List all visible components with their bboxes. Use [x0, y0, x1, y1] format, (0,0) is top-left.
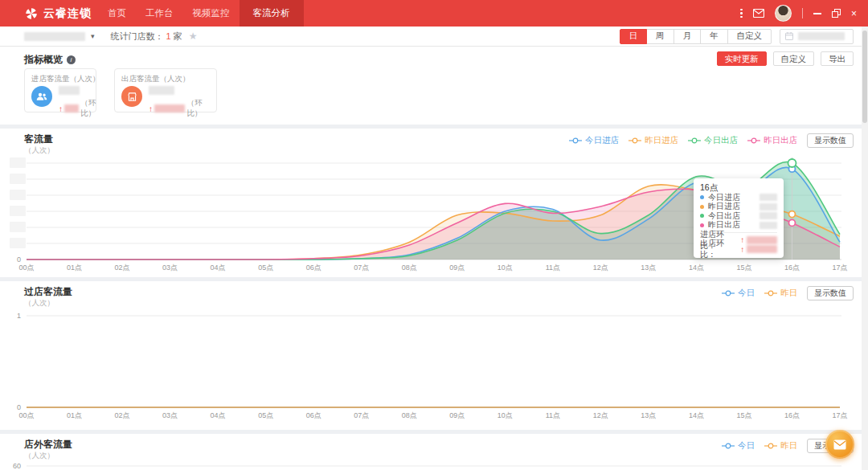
filter-bar: ▾ 统计门店数： 1 家 ★ 日 周 月 年 自定义 — [0, 27, 868, 47]
store-selector-dropdown[interactable]: ▾ — [24, 32, 95, 41]
redacted-y-tick — [10, 238, 26, 248]
x-axis-label: 10点 — [497, 264, 513, 272]
redacted-trend-value — [154, 104, 185, 112]
realtime-refresh-button[interactable]: 实时更新 — [717, 51, 767, 66]
vertical-scrollbar — [862, 27, 868, 470]
message-icon[interactable] — [753, 9, 764, 18]
y-axis-label: 1 — [17, 312, 21, 320]
period-month-button[interactable]: 月 — [674, 29, 702, 44]
x-axis-label: 07点 — [354, 264, 369, 272]
x-axis-label: 04点 — [211, 264, 226, 272]
pinwheel-logo-icon — [24, 6, 39, 21]
x-axis-label: 03点 — [162, 264, 178, 272]
top-header: 云睿连锁 首页 工作台 视频监控 客流分析 × — [0, 0, 868, 27]
nav-item-customer-flow-analysis[interactable]: 客流分析 — [240, 0, 304, 27]
envelope-icon — [833, 439, 846, 450]
x-axis-label: 11点 — [546, 411, 560, 419]
redacted-y-tick — [10, 157, 26, 168]
customize-button[interactable]: 自定义 — [773, 51, 815, 66]
x-axis-label: 12点 — [593, 264, 608, 272]
header-right-controls: × — [740, 0, 868, 27]
x-axis-label: 16点 — [784, 264, 800, 272]
x-axis-label: 00点 — [18, 411, 34, 419]
x-axis-label: 14点 — [689, 411, 704, 419]
favorite-star-icon[interactable]: ★ — [189, 31, 198, 42]
redacted-value — [760, 194, 777, 201]
redacted-value — [760, 222, 777, 229]
x-axis-label: 13点 — [641, 411, 656, 419]
store-icon — [121, 86, 142, 107]
metrics-actions: 实时更新 自定义 导出 — [717, 51, 854, 66]
chart-canvas[interactable]: 60 — [0, 434, 868, 470]
period-custom-button[interactable]: 自定义 — [727, 29, 772, 44]
window-restore-button[interactable] — [832, 9, 841, 18]
scrollbar-thumb[interactable] — [862, 31, 867, 123]
window-close-button[interactable]: × — [851, 9, 857, 18]
redacted-trend-value — [64, 104, 79, 112]
more-menu-icon[interactable] — [740, 9, 743, 18]
y-axis-label: 0 — [17, 403, 21, 411]
x-axis-label: 05点 — [258, 411, 273, 419]
x-axis-label: 07点 — [354, 411, 369, 419]
outside-store-flow-chart-section: 店外客流量 （人次） 今日 昨日 显示数值 60 — [0, 434, 868, 470]
trend-suffix: （环比） — [80, 98, 102, 119]
export-button[interactable]: 导出 — [821, 51, 854, 66]
trend-up-arrow: ↑ — [740, 245, 744, 254]
chart-canvas[interactable]: 1000点01点02点03点04点05点06点07点08点09点10点11点12… — [0, 281, 868, 430]
x-axis-label: 08点 — [402, 264, 417, 272]
x-axis-label: 13点 — [641, 264, 656, 272]
pass-by-flow-chart-section: 过店客流量 （人次） 今日 昨日 显示数值 1000点01点02点03点04点0… — [0, 281, 868, 430]
store-count: 统计门店数： 1 家 ★ — [111, 31, 198, 43]
tooltip-exit-ratio: 出店环比： ↑ — [700, 245, 777, 255]
x-axis-label: 00点 — [18, 264, 34, 272]
info-icon[interactable]: i — [67, 55, 76, 64]
chevron-down-icon: ▾ — [91, 32, 95, 40]
highlight-marker — [788, 219, 795, 226]
nav-item-video-monitor[interactable]: 视频监控 — [183, 0, 240, 27]
x-axis-label: 06点 — [306, 264, 321, 272]
nav-item-home[interactable]: 首页 — [98, 0, 136, 27]
metric-card-enter-flow: 进店客流量（人次） ↑ （环比） — [24, 68, 96, 112]
x-axis-label: 01点 — [67, 264, 82, 272]
metric-card-title: 出店客流量（人次） — [121, 74, 190, 84]
nav-item-workbench[interactable]: 工作台 — [136, 0, 183, 27]
series-dot — [700, 195, 704, 199]
x-axis-label: 17点 — [832, 264, 847, 272]
people-icon — [31, 86, 52, 107]
trend-suffix: （环比） — [186, 98, 216, 119]
redacted-metric-value — [149, 86, 174, 95]
floating-message-button[interactable] — [825, 430, 854, 459]
trend-up-arrow: ↑ — [149, 104, 153, 113]
x-axis-label: 09点 — [449, 264, 465, 272]
period-week-button[interactable]: 周 — [646, 29, 674, 44]
period-year-button[interactable]: 年 — [700, 29, 728, 44]
metrics-title: 指标概览 — [24, 53, 63, 67]
window-minimize-button[interactable] — [813, 13, 821, 14]
app-window: 云睿连锁 首页 工作台 视频监控 客流分析 × ▾ 统计门店数： — [0, 0, 868, 470]
x-axis-label: 12点 — [593, 411, 608, 419]
redacted-ratio-value — [747, 245, 777, 253]
redacted-y-tick — [10, 190, 26, 200]
highlight-marker — [788, 211, 795, 218]
highlight-marker — [788, 159, 796, 167]
metric-card-title: 进店客流量（人次） — [31, 74, 100, 84]
period-day-button[interactable]: 日 — [620, 29, 648, 44]
x-axis-label: 11点 — [546, 264, 560, 272]
period-segmented-control: 日 周 月 年 自定义 — [620, 29, 772, 44]
calendar-icon — [785, 32, 793, 40]
series-dot — [700, 205, 704, 209]
trend-up-arrow: ↑ — [740, 235, 744, 244]
user-avatar[interactable] — [775, 5, 792, 22]
divider — [802, 8, 803, 18]
date-picker-input[interactable] — [780, 29, 854, 44]
x-axis-label: 15点 — [736, 411, 751, 419]
logo-text: 云睿连锁 — [43, 6, 92, 21]
x-axis-label: 17点 — [832, 411, 847, 419]
x-axis-label: 08点 — [402, 411, 417, 419]
redacted-date-value — [798, 32, 845, 40]
x-axis-label: 02点 — [115, 264, 130, 272]
x-axis-label: 14点 — [689, 264, 704, 272]
x-axis-label: 04点 — [211, 411, 226, 419]
x-axis-label: 10点 — [497, 411, 513, 419]
trend-up-arrow: ↑ — [59, 104, 63, 113]
